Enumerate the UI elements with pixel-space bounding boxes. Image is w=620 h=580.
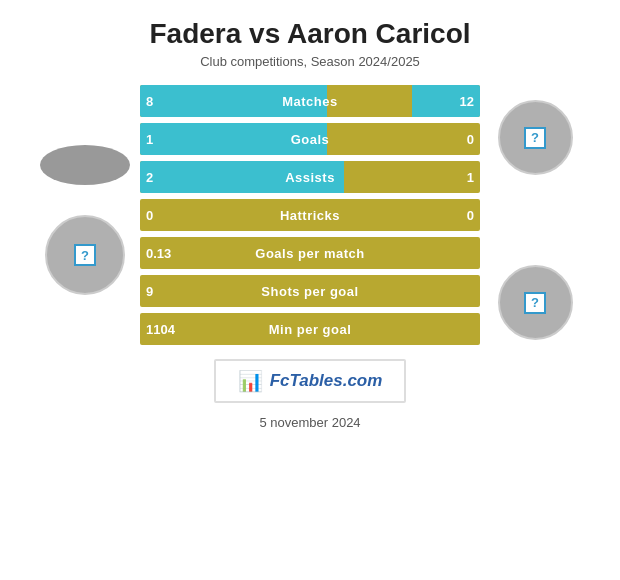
avatar-left-question: ? (74, 244, 96, 266)
stat-left-value: 9 (146, 284, 153, 299)
logo-text: FcTables.com (270, 371, 383, 391)
avatar-right-question-bottom: ? (524, 292, 546, 314)
stat-right-value: 0 (467, 132, 474, 147)
stat-label: Min per goal (269, 322, 352, 337)
stat-left-value: 1104 (146, 322, 175, 337)
stat-label: Goals (291, 132, 330, 147)
stat-row: 1104Min per goal (140, 313, 480, 345)
stat-row: 1Goals0 (140, 123, 480, 155)
stat-bar-bg: 0.13Goals per match (140, 237, 480, 269)
stat-label: Goals per match (255, 246, 364, 261)
stat-bar-bg: 8Matches12 (140, 85, 480, 117)
avatar-right-question-top: ? (524, 127, 546, 149)
stat-right-value: 0 (467, 208, 474, 223)
stats-area: ? 8Matches121Goals02Assists10Hattricks00… (10, 85, 610, 345)
page-subtitle: Club competitions, Season 2024/2025 (200, 54, 420, 69)
stat-label: Hattricks (280, 208, 340, 223)
stat-row: 9Shots per goal (140, 275, 480, 307)
logo-area: 📊 FcTables.com (214, 359, 407, 403)
avatar-right-circle-top: ? (498, 100, 573, 175)
stat-row: 8Matches12 (140, 85, 480, 117)
stat-bar-bg: 2Assists1 (140, 161, 480, 193)
stat-label: Matches (282, 94, 338, 109)
stats-bars: 8Matches121Goals02Assists10Hattricks00.1… (140, 85, 480, 345)
stat-bar-bg: 1104Min per goal (140, 313, 480, 345)
avatar-right-column: ? ? (480, 90, 590, 340)
stat-left-value: 1 (146, 132, 153, 147)
stat-left-value: 2 (146, 170, 153, 185)
avatar-left-column: ? (30, 135, 140, 295)
stat-right-value: 1 (467, 170, 474, 185)
stat-left-value: 0 (146, 208, 153, 223)
page-container: Fadera vs Aaron Caricol Club competition… (0, 0, 620, 580)
date-label: 5 november 2024 (259, 415, 360, 430)
stat-left-value: 8 (146, 94, 153, 109)
avatar-left-ellipse (40, 145, 130, 185)
stat-bar-bg: 1Goals0 (140, 123, 480, 155)
logo-icon: 📊 (238, 369, 263, 393)
avatar-left-circle: ? (45, 215, 125, 295)
stat-left-value: 0.13 (146, 246, 171, 261)
stat-label: Assists (285, 170, 335, 185)
stat-bar-bg: 0Hattricks0 (140, 199, 480, 231)
stat-bar-bg: 9Shots per goal (140, 275, 480, 307)
avatar-right-circle-bottom: ? (498, 265, 573, 340)
page-title: Fadera vs Aaron Caricol (149, 18, 470, 50)
stat-right-value: 12 (460, 94, 474, 109)
stat-row: 0Hattricks0 (140, 199, 480, 231)
stat-row: 2Assists1 (140, 161, 480, 193)
stat-row: 0.13Goals per match (140, 237, 480, 269)
stat-label: Shots per goal (261, 284, 358, 299)
